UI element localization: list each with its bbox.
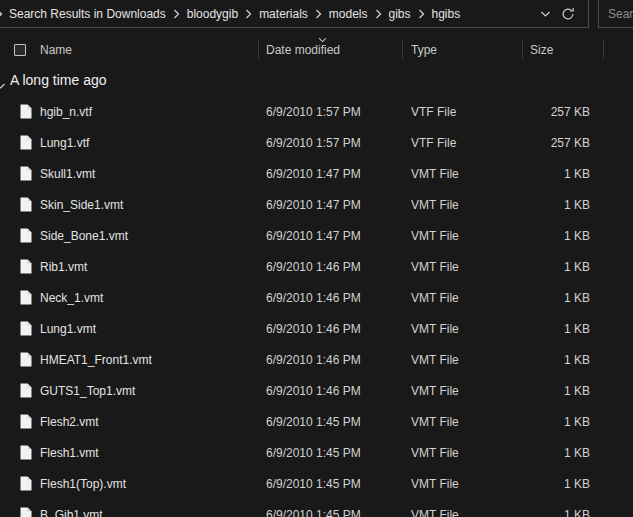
file-type: VMT File	[411, 353, 459, 367]
address-dropdown-chevron-down-icon[interactable]	[540, 10, 551, 18]
file-date-modified: 6/9/2010 1:47 PM	[266, 229, 361, 243]
file-size: 1 KB	[480, 477, 590, 491]
select-all-checkbox[interactable]	[14, 44, 26, 56]
breadcrumb-item[interactable]: gibs	[383, 7, 417, 21]
file-date-modified: 6/9/2010 1:45 PM	[266, 477, 361, 491]
file-type: VMT File	[411, 167, 459, 181]
file-row[interactable]: Side_Bone1.vmt 6/9/2010 1:47 PM VMT File…	[0, 220, 633, 251]
column-header-type[interactable]: Type	[411, 43, 437, 57]
column-header-date-modified[interactable]: Date modified	[266, 43, 340, 57]
file-date-modified: 6/9/2010 1:45 PM	[266, 415, 361, 429]
file-type: VMT File	[411, 322, 459, 336]
file-name: GUTS1_Top1.vmt	[40, 384, 135, 398]
file-type: VMT File	[411, 229, 459, 243]
file-type: VMT File	[411, 477, 459, 491]
breadcrumb-item[interactable]: bloodygib	[181, 7, 244, 21]
breadcrumb-item[interactable]: Search Results in Downloads	[3, 7, 172, 21]
chevron-right-icon[interactable]	[172, 9, 181, 19]
group-header-label: A long time ago	[10, 72, 107, 88]
file-row[interactable]: hgib_n.vtf 6/9/2010 1:57 PM VTF File 257…	[0, 96, 633, 127]
file-size: 1 KB	[480, 415, 590, 429]
column-header-name[interactable]: Name	[40, 43, 72, 57]
file-type: VMT File	[411, 384, 459, 398]
chevron-right-icon[interactable]	[314, 9, 323, 19]
file-date-modified: 6/9/2010 1:47 PM	[266, 198, 361, 212]
file-size: 1 KB	[480, 384, 590, 398]
file-date-modified: 6/9/2010 1:57 PM	[266, 105, 361, 119]
file-name: Neck_1.vmt	[40, 291, 103, 305]
file-row[interactable]: HMEAT1_Front1.vmt 6/9/2010 1:46 PM VMT F…	[0, 344, 633, 375]
file-type: VMT File	[411, 508, 459, 517]
file-list: hgib_n.vtf 6/9/2010 1:57 PM VTF File 257…	[0, 96, 633, 517]
file-date-modified: 6/9/2010 1:46 PM	[266, 291, 361, 305]
file-date-modified: 6/9/2010 1:57 PM	[266, 136, 361, 150]
column-header-size[interactable]: Size	[530, 43, 553, 57]
file-date-modified: 6/9/2010 1:45 PM	[266, 508, 361, 517]
column-divider[interactable]	[402, 39, 403, 59]
file-type: VTF File	[411, 136, 456, 150]
file-icon	[20, 290, 32, 308]
file-size: 1 KB	[480, 167, 590, 181]
file-icon	[20, 135, 32, 153]
file-row[interactable]: Skin_Side1.vmt 6/9/2010 1:47 PM VMT File…	[0, 189, 633, 220]
file-row[interactable]: Flesh2.vmt 6/9/2010 1:45 PM VMT File 1 K…	[0, 406, 633, 437]
file-icon	[20, 507, 32, 517]
search-input[interactable]	[608, 7, 633, 21]
file-name: Skull1.vmt	[40, 167, 95, 181]
file-name: Flesh1(Top).vmt	[40, 477, 126, 491]
chevron-right-icon[interactable]	[244, 9, 253, 19]
file-row[interactable]: Lung1.vtf 6/9/2010 1:57 PM VTF File 257 …	[0, 127, 633, 158]
file-size: 1 KB	[480, 291, 590, 305]
group-collapse-chevron-down-icon[interactable]	[0, 76, 6, 94]
file-size: 1 KB	[480, 353, 590, 367]
file-size: 257 KB	[480, 136, 590, 150]
file-icon	[20, 383, 32, 401]
file-row[interactable]: Skull1.vmt 6/9/2010 1:47 PM VMT File 1 K…	[0, 158, 633, 189]
file-size: 257 KB	[480, 105, 590, 119]
column-divider[interactable]	[603, 39, 604, 59]
file-icon	[20, 414, 32, 432]
file-row[interactable]: Flesh1(Top).vmt 6/9/2010 1:45 PM VMT Fil…	[0, 468, 633, 499]
top-bar: Search Results in Downloads bloodygib ma…	[0, 0, 633, 28]
file-icon	[20, 197, 32, 215]
breadcrumb-item[interactable]: hgibs	[426, 7, 467, 21]
file-type: VMT File	[411, 415, 459, 429]
chevron-right-icon[interactable]	[417, 9, 426, 19]
file-name: Flesh2.vmt	[40, 415, 99, 429]
address-bar[interactable]: Search Results in Downloads bloodygib ma…	[0, 0, 589, 28]
file-name: Flesh1.vmt	[40, 446, 99, 460]
chevron-right-icon[interactable]	[374, 9, 383, 19]
breadcrumb-item[interactable]: models	[323, 7, 374, 21]
group-header[interactable]: A long time ago	[0, 68, 633, 94]
file-date-modified: 6/9/2010 1:46 PM	[266, 260, 361, 274]
column-divider[interactable]	[522, 39, 523, 59]
file-row[interactable]: Rib1.vmt 6/9/2010 1:46 PM VMT File 1 KB	[0, 251, 633, 282]
file-row[interactable]: Lung1.vmt 6/9/2010 1:46 PM VMT File 1 KB	[0, 313, 633, 344]
breadcrumb: Search Results in Downloads bloodygib ma…	[3, 0, 466, 27]
file-row[interactable]: B_Gib1.vmt 6/9/2010 1:45 PM VMT File 1 K…	[0, 499, 633, 517]
file-type: VMT File	[411, 446, 459, 460]
file-date-modified: 6/9/2010 1:46 PM	[266, 322, 361, 336]
file-name: Rib1.vmt	[40, 260, 87, 274]
search-box	[598, 0, 633, 28]
file-icon	[20, 321, 32, 339]
file-row[interactable]: Neck_1.vmt 6/9/2010 1:46 PM VMT File 1 K…	[0, 282, 633, 313]
breadcrumb-item[interactable]: materials	[253, 7, 314, 21]
file-row[interactable]: GUTS1_Top1.vmt 6/9/2010 1:46 PM VMT File…	[0, 375, 633, 406]
file-icon	[20, 445, 32, 463]
file-size: 1 KB	[480, 260, 590, 274]
file-date-modified: 6/9/2010 1:46 PM	[266, 353, 361, 367]
file-size: 1 KB	[480, 508, 590, 517]
file-size: 1 KB	[480, 446, 590, 460]
file-type: VMT File	[411, 291, 459, 305]
file-date-modified: 6/9/2010 1:47 PM	[266, 167, 361, 181]
file-type: VTF File	[411, 105, 456, 119]
file-name: Skin_Side1.vmt	[40, 198, 123, 212]
refresh-button[interactable]	[561, 7, 575, 21]
file-row[interactable]: Flesh1.vmt 6/9/2010 1:45 PM VMT File 1 K…	[0, 437, 633, 468]
column-divider[interactable]	[258, 39, 259, 59]
file-name: B_Gib1.vmt	[40, 508, 103, 517]
file-name: Side_Bone1.vmt	[40, 229, 128, 243]
column-header-row: Name Date modified Type Size	[0, 36, 633, 62]
file-name: HMEAT1_Front1.vmt	[40, 353, 152, 367]
